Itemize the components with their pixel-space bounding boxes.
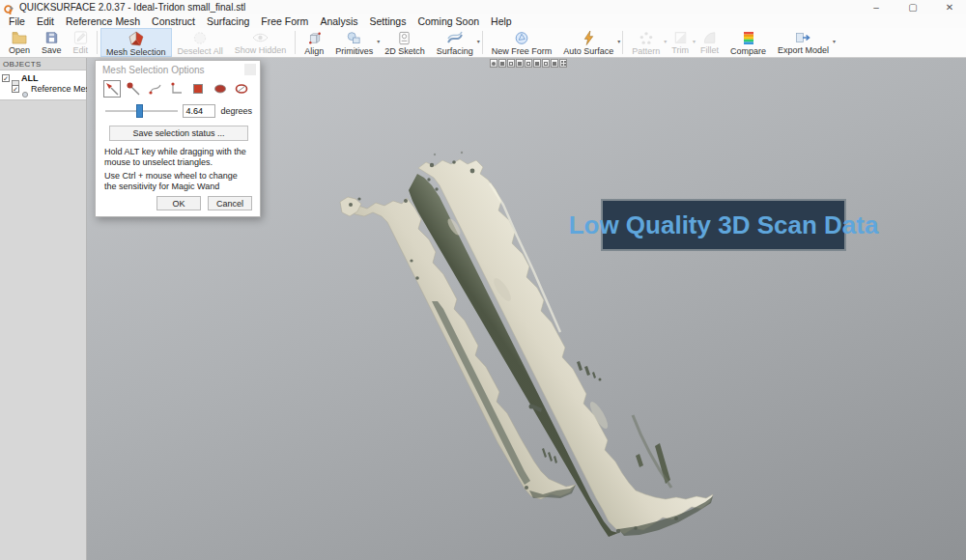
export-model-button[interactable]: Export Model	[772, 28, 835, 57]
objects-panel-header: OBJECTS	[0, 58, 86, 70]
cancel-button[interactable]: Cancel	[208, 196, 252, 210]
objects-tree: ALL Reference Mesh	[0, 70, 86, 100]
export-model-icon	[795, 31, 811, 44]
rectangle-select-tool-icon[interactable]	[189, 80, 207, 98]
align-button[interactable]: Align	[298, 28, 329, 57]
toolbar-separator	[622, 31, 623, 54]
open-folder-icon	[12, 31, 27, 44]
toolbar-separator	[482, 31, 483, 54]
view-preset-button[interactable]	[559, 59, 567, 68]
main-toolbar: Open Save Edit Mesh Selection Deselect A…	[0, 28, 966, 58]
dialog-title: Mesh Selection Options	[102, 65, 205, 75]
compare-rainbow-icon	[742, 31, 755, 45]
new-free-form-button[interactable]: New Free Form	[486, 28, 558, 57]
show-hidden-eye-icon	[252, 31, 269, 44]
edit-button: Edit	[68, 28, 95, 57]
menubar: File Edit Reference Mesh Construct Surfa…	[0, 14, 966, 28]
trim-icon	[673, 31, 688, 44]
window-title: QUICKSURFACE 2.0.37 - Ideal-Tridon small…	[19, 2, 245, 13]
compare-button[interactable]: Compare	[724, 28, 772, 57]
mesh-selection-icon	[128, 31, 145, 46]
view-preset-button[interactable]	[498, 59, 506, 68]
auto-surface-button[interactable]: Auto Surface	[557, 28, 619, 57]
polyline-select-tool-icon[interactable]	[168, 80, 185, 98]
mesh-selection-options-dialog: Mesh Selection Options degree	[95, 60, 261, 217]
objects-panel: OBJECTS ALL Reference Mesh	[0, 58, 87, 560]
save-button[interactable]: Save	[36, 28, 68, 57]
menu-item-settings[interactable]: Settings	[363, 15, 412, 27]
menu-item-construct[interactable]: Construct	[146, 15, 201, 27]
free-form-sphere-icon	[514, 31, 529, 45]
group-node-icon	[12, 74, 19, 82]
toolbar-separator	[97, 31, 98, 54]
sensitivity-input[interactable]	[183, 104, 215, 118]
dialog-help-text-2: Use Ctrl + mouse wheel to change the sen…	[96, 169, 260, 193]
slider-thumb[interactable]	[136, 104, 143, 118]
magic-wand-tool-icon[interactable]	[103, 80, 121, 98]
save-selection-status-button[interactable]: Save selection status ...	[109, 126, 248, 141]
view-preset-button[interactable]	[507, 59, 515, 68]
tree-item-reference-mesh[interactable]: Reference Mesh	[2, 83, 86, 94]
dialog-help-text-1: Hold ALT key while dragging with the mou…	[96, 145, 260, 169]
primitives-shapes-icon	[346, 31, 362, 45]
menu-item-coming-soon[interactable]: Coming Soon	[412, 15, 485, 27]
edit-pencil-icon	[73, 31, 88, 44]
tree-item-all[interactable]: ALL	[2, 72, 86, 83]
freeform-curve-tool-icon[interactable]	[147, 80, 164, 98]
pattern-dots-icon	[639, 31, 654, 45]
app-logo-icon	[4, 2, 14, 13]
view-preset-button[interactable]	[525, 59, 532, 68]
view-preset-button[interactable]	[533, 59, 541, 68]
menu-item-edit[interactable]: Edit	[31, 15, 60, 27]
ellipse-select-tool-icon[interactable]	[212, 80, 229, 98]
save-floppy-icon	[44, 31, 59, 44]
minimize-button[interactable]: –	[869, 2, 883, 13]
surfacing-button[interactable]: Surfacing	[431, 28, 479, 57]
sensitivity-slider[interactable]	[105, 104, 178, 118]
checkbox-reference-mesh[interactable]	[12, 85, 19, 93]
mesh-selection-button[interactable]: Mesh Selection	[100, 28, 172, 57]
primitives-button[interactable]: Primitives	[329, 28, 379, 57]
view-preset-button[interactable]	[551, 59, 558, 68]
view-preset-button[interactable]	[542, 59, 550, 68]
menu-item-analysis[interactable]: Analysis	[314, 15, 363, 27]
circle-select-tool-icon[interactable]	[233, 80, 250, 98]
show-hidden-button: Show Hidden	[229, 28, 293, 57]
auto-surface-bolt-icon	[582, 31, 595, 45]
open-button[interactable]: Open	[3, 28, 36, 57]
titlebar: QUICKSURFACE 2.0.37 - Ideal-Tridon small…	[0, 0, 966, 14]
trim-button: Trim	[666, 28, 695, 57]
maximize-button[interactable]: ▢	[906, 2, 920, 13]
sensitivity-unit-label: degrees	[220, 106, 252, 116]
annotation-label-text: Low Quality 3D Scan Data	[569, 210, 879, 240]
dialog-close-button[interactable]	[244, 64, 256, 75]
annotation-label: Low Quality 3D Scan Data	[601, 199, 846, 251]
deselect-all-button: Deselect All	[172, 28, 229, 57]
align-cube-icon	[306, 31, 323, 45]
menu-item-help[interactable]: Help	[485, 15, 518, 27]
2d-sketch-button[interactable]: 2D Sketch	[379, 28, 431, 57]
view-preset-button[interactable]	[516, 59, 524, 68]
toolbar-separator	[295, 31, 296, 54]
view-preset-toolbar	[489, 58, 568, 69]
menu-item-reference-mesh[interactable]: Reference Mesh	[60, 15, 146, 27]
sketch-icon	[397, 31, 412, 45]
selection-tools-row	[96, 76, 260, 99]
close-button[interactable]: ✕	[943, 2, 956, 13]
surfacing-icon	[446, 31, 464, 45]
menu-item-free-form[interactable]: Free Form	[255, 15, 314, 27]
ok-button[interactable]: OK	[156, 196, 201, 210]
checkbox-all[interactable]	[2, 74, 10, 82]
view-preset-button[interactable]	[490, 59, 497, 68]
fillet-button: Fillet	[695, 28, 724, 57]
deselect-all-icon	[192, 31, 208, 45]
mesh-node-icon	[21, 85, 29, 93]
menu-item-surfacing[interactable]: Surfacing	[201, 15, 255, 27]
brush-select-tool-icon[interactable]	[125, 80, 142, 98]
pattern-button: Pattern	[626, 28, 666, 57]
fillet-icon	[702, 31, 717, 44]
menu-item-file[interactable]: File	[3, 15, 31, 27]
